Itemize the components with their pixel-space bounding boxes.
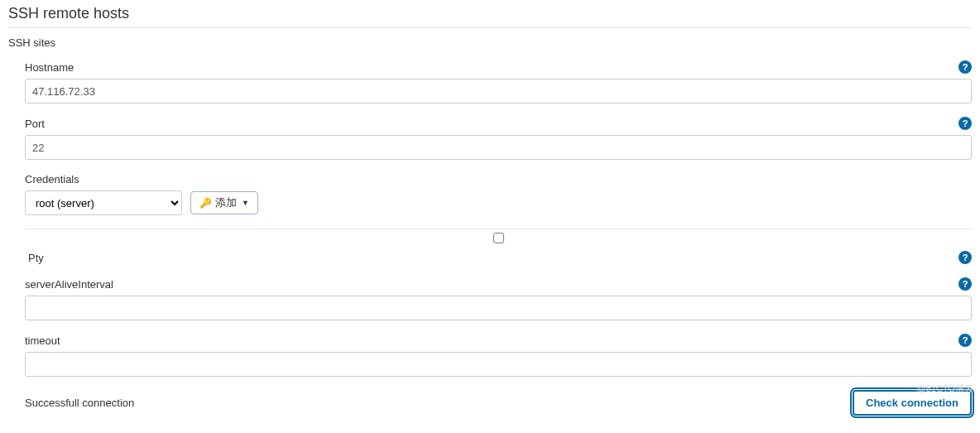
pty-row [25,229,972,246]
credentials-select[interactable]: root (server) [25,190,182,215]
pty-label: Pty [25,252,44,264]
credentials-label: Credentials [25,173,79,185]
port-input[interactable] [25,135,972,160]
port-label: Port [25,118,45,130]
help-icon[interactable]: ? [958,334,972,347]
chevron-down-icon: ▼ [242,199,249,207]
subsection-title: SSH sites [8,36,972,49]
check-connection-button[interactable]: Check connection [853,390,972,416]
timeout-label: timeout [25,334,60,347]
section-title: SSH remote hosts [8,5,972,28]
help-icon[interactable]: ? [958,60,972,74]
hostname-label: Hostname [25,61,74,74]
footer-row: Successfull connection Check connection [25,390,972,416]
serveraliveinterval-input[interactable] [25,296,972,320]
add-credentials-button[interactable]: 🔑 添加 ▼ [190,191,258,214]
help-icon[interactable]: ? [958,251,972,264]
hostname-input[interactable] [25,79,972,103]
pty-checkbox[interactable] [493,233,504,243]
credentials-field: Credentials root (server) 🔑 添加 ▼ [25,173,972,215]
hostname-field: Hostname ? [25,60,972,103]
status-text: Successfull connection [25,397,134,409]
timeout-input[interactable] [25,352,972,377]
help-icon[interactable]: ? [958,277,972,291]
add-button-label: 添加 [215,195,237,210]
key-icon: 🔑 [199,197,212,209]
serveraliveinterval-field: serverAliveInterval ? [25,277,972,320]
serveraliveinterval-label: serverAliveInterval [25,278,113,291]
timeout-field: timeout ? [25,334,972,377]
port-field: Port ? [25,117,972,160]
help-icon[interactable]: ? [958,117,972,130]
